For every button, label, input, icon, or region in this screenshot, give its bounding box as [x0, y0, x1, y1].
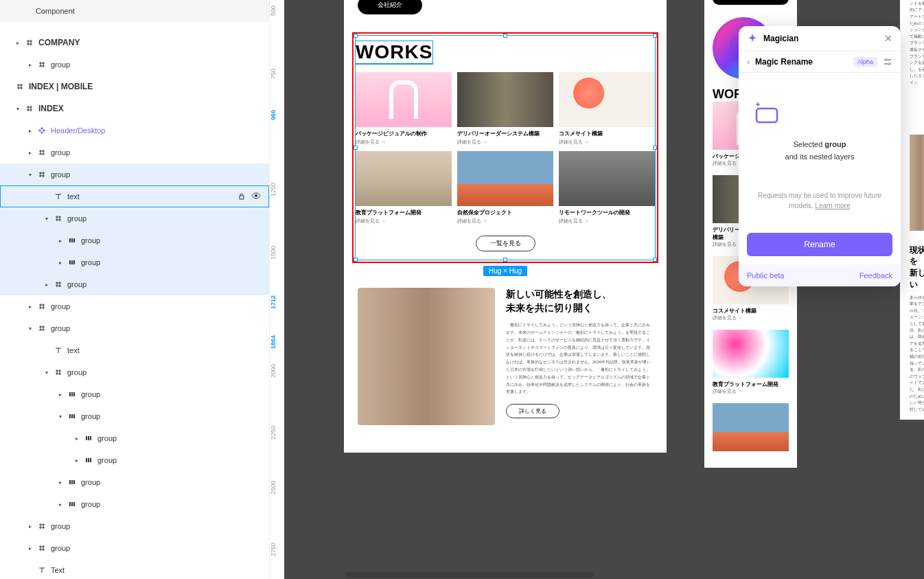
selection-handle[interactable]	[503, 34, 507, 38]
alpha-badge: Alpha	[853, 57, 877, 67]
autolayout-h-icon	[66, 478, 78, 486]
work-card[interactable]: デリバリーオーダーシステム構築詳細を見る →	[457, 72, 553, 146]
selection-handle[interactable]	[653, 34, 657, 38]
feedback-link[interactable]: Feedback	[859, 271, 892, 280]
text-icon	[52, 346, 65, 354]
public-beta-link[interactable]: Public beta	[747, 271, 784, 280]
text-icon	[36, 566, 48, 574]
desk-image	[910, 135, 924, 231]
layer-group-selected[interactable]: ▾ group	[0, 163, 269, 185]
layer-group[interactable]: ▸ group	[0, 471, 269, 493]
layer-group[interactable]: ▾ group	[0, 317, 269, 339]
layer-group[interactable]: ▾ group	[0, 207, 269, 229]
svg-rect-21	[73, 480, 75, 484]
work-card[interactable]	[713, 403, 789, 451]
svg-rect-23	[71, 502, 73, 506]
layer-group[interactable]: ▸ group	[0, 273, 269, 295]
frame-icon	[36, 544, 48, 552]
selection-handle[interactable]	[653, 146, 657, 150]
eye-icon[interactable]	[251, 192, 261, 201]
selection-handle[interactable]	[354, 258, 358, 262]
unlock-icon[interactable]	[238, 192, 246, 201]
layer-group[interactable]: ▸ group	[0, 537, 269, 559]
work-card[interactable]: 教育プラットフォーム開発詳細を見る →	[713, 330, 789, 395]
work-thumb	[356, 151, 452, 206]
learn-more-link[interactable]: Learn more	[815, 202, 850, 209]
frame-icon	[36, 170, 48, 179]
svg-rect-10	[69, 414, 71, 418]
layer-text[interactable]: text	[0, 339, 269, 361]
layer-group[interactable]: ▸ group	[0, 515, 269, 537]
selection-handle[interactable]	[653, 258, 657, 262]
layer-group[interactable]: ▸ group	[0, 493, 269, 515]
layer-group[interactable]: ▸ group	[0, 251, 269, 273]
magician-message: Selected group and its nested layers	[752, 139, 887, 163]
selection-handle[interactable]	[354, 146, 358, 150]
autolayout-h-icon	[66, 236, 78, 245]
layer-group[interactable]: ▾ group	[0, 405, 269, 427]
layer-text[interactable]: Text	[0, 559, 269, 579]
work-thumb	[559, 151, 655, 206]
layer-group[interactable]: ▾ group	[0, 361, 269, 383]
frame-icon	[52, 214, 65, 223]
layer-group[interactable]: ▸ group	[0, 54, 269, 76]
learn-more-button[interactable]: 詳しく見る	[506, 404, 559, 418]
svg-rect-5	[71, 260, 73, 264]
settings-icon[interactable]	[883, 57, 892, 67]
works-section-selected[interactable]: WORKS パッケージビジュアルの制作詳細を見る → デリバリーオーダーシステム…	[355, 35, 656, 260]
layer-index-mobile-frame[interactable]: INDEX | MOBILE	[0, 76, 269, 98]
view-all-button[interactable]: 一覧を見る	[476, 236, 535, 251]
layer-group[interactable]: ▸ group	[0, 229, 269, 251]
rename-button[interactable]: Rename	[747, 233, 892, 256]
about-section: 新しい可能性を創造し、 未来を共に切り開く 「最初にトライしてみよう」という冒険…	[344, 260, 667, 453]
layer-group[interactable]: ▸ group	[0, 141, 269, 163]
work-card[interactable]: パッケージビジュアルの制作詳細を見る →	[356, 72, 452, 146]
svg-rect-19	[69, 480, 71, 484]
work-card[interactable]: リモートワークツールの開発詳細を見る →	[559, 151, 655, 225]
layer-group[interactable]: ▸ group	[0, 449, 269, 471]
layer-group[interactable]: ▸ group	[0, 383, 269, 405]
frame-desktop[interactable]: We dig FAKE AGENCYは企業のブランドを魅力的にアップデートするた…	[900, 0, 924, 420]
layer-company-frame[interactable]: ▸ COMPANY	[0, 32, 269, 54]
work-card[interactable]: コスメサイト構築詳細を見る →	[559, 72, 655, 146]
vertical-ruler: 500 750 960 1250 1500 1712 1864 2000 225…	[269, 0, 284, 579]
magician-plugin-panel: Magician ✕ ‹ Magic Rename Alpha Selected…	[739, 26, 901, 286]
desk-about-title: 現状を	[910, 245, 924, 268]
close-icon[interactable]: ✕	[884, 33, 892, 44]
svg-rect-14	[88, 436, 89, 440]
layer-text[interactable]: text	[0, 185, 269, 207]
company-intro-button[interactable]	[713, 0, 789, 5]
layer-group[interactable]: ▸ group	[0, 427, 269, 449]
svg-point-27	[888, 63, 890, 65]
work-card[interactable]: 自然保全プロジェクト詳細を見る →	[457, 151, 553, 225]
svg-rect-6	[73, 260, 75, 264]
frame-icon	[36, 60, 48, 69]
svg-rect-1	[69, 238, 71, 242]
back-icon[interactable]: ‹	[747, 57, 750, 67]
layer-group[interactable]: ▸ group	[0, 295, 269, 317]
svg-rect-15	[90, 436, 91, 440]
horizontal-scrollbar[interactable]	[346, 572, 593, 578]
about-title: 新しい可能性を創造し、 未来を共に切り開く	[506, 288, 653, 315]
hero-knot-graphic	[536, 0, 687, 27]
svg-rect-17	[88, 458, 89, 462]
magic-rename-title: Magic Rename	[755, 57, 848, 67]
company-intro-button[interactable]: 会社紹介	[358, 0, 422, 14]
layer-index-frame[interactable]: ▾ INDEX	[0, 98, 269, 120]
layers-panel: Component ▸ COMPANY ▸ group INDEX | MOBI…	[0, 0, 269, 579]
work-thumb	[356, 72, 452, 127]
magician-title: Magician	[763, 34, 879, 43]
svg-rect-24	[73, 502, 75, 506]
work-card[interactable]: 教育プラットフォーム開発詳細を見る →	[356, 151, 452, 225]
layer-component[interactable]: Component	[0, 0, 269, 22]
about-image	[358, 288, 495, 425]
frame-index[interactable]: from Japan. FAKE AGENCYは企業のブランドを魅力的にアップデ…	[344, 0, 667, 453]
selection-handle[interactable]	[354, 34, 358, 38]
autolayout-h-icon	[66, 500, 78, 508]
svg-rect-4	[69, 260, 71, 264]
about-description: 「最初にトライしてみよう」という冒険心と創造力を持って、企業と共に歩みます。未来…	[506, 321, 653, 396]
autolayout-h-icon	[66, 390, 78, 398]
selection-handle[interactable]	[503, 258, 507, 262]
magician-footer: Public beta Feedback	[739, 264, 901, 286]
layer-header-desktop[interactable]: ▸ Header/Desktop	[0, 120, 269, 141]
